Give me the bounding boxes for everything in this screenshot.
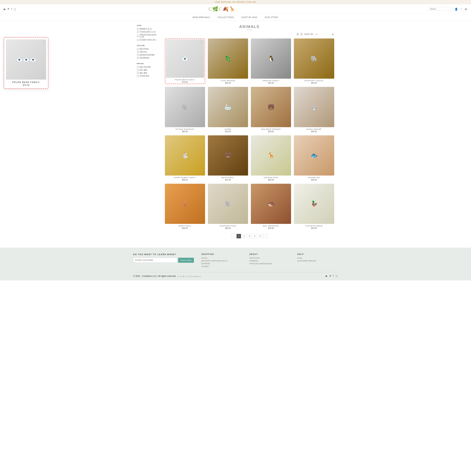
product-card-13[interactable]: 🦌 ♡ DEER FAMILY $60.00: [165, 184, 205, 229]
footer-link-our-story[interactable]: OUR STORY: [249, 257, 290, 259]
wishlist-button-4[interactable]: ♡: [331, 40, 333, 43]
product-card-16[interactable]: 🦆 ♡ CANADIAN GEESE $40.00: [294, 184, 334, 229]
wishlist-button-13[interactable]: ♡: [201, 185, 204, 188]
newsletter-email-input[interactable]: [133, 258, 177, 263]
product-price-8: $65.00: [294, 131, 334, 133]
logo[interactable]: C🌿C🍂🦒: [16, 6, 428, 12]
wishlist-button-5[interactable]: ♡: [201, 88, 204, 91]
product-price-4: $65.00: [294, 82, 334, 84]
footer-pinterest-icon[interactable]: 𝐏: [329, 274, 331, 278]
price-option-over91[interactable]: OVER $91: [137, 75, 159, 77]
product-name-3: PENGUIN FAMILY: [251, 80, 291, 82]
wishlist-button-2[interactable]: ♡: [245, 40, 247, 43]
product-card-15[interactable]: 🦔 ♡ MINI HEDGEHOG $30.00: [251, 184, 291, 229]
footer-link-delivery[interactable]: DELIVERY & RETURN POLICY: [201, 260, 242, 262]
cart-icon[interactable]: 🛍: [465, 8, 467, 11]
product-card-9[interactable]: 🐇 ♡ HAPPY RABBIT FAMILY $50.00: [165, 135, 205, 181]
footer-link-shipping[interactable]: SHIPPING: [201, 263, 242, 265]
wishlist-button-1[interactable]: ♡: [201, 41, 203, 44]
footer-youtube-icon[interactable]: ▶: [326, 274, 328, 278]
product-card-12[interactable]: 🐟 ♡ FISHING SET $40.00: [294, 135, 334, 181]
footer-facebook-icon[interactable]: f: [333, 274, 334, 278]
product-card-3[interactable]: 🐧 ♡ PENGUIN FAMILY $45.00: [251, 38, 291, 84]
product-card-7[interactable]: 🐻 ♡ MINI BEAR FRIENDS $50.00: [251, 87, 291, 132]
page-3-button[interactable]: 3: [247, 234, 252, 238]
price-option-61-90[interactable]: $61-$90: [137, 72, 159, 74]
wishlist-button-11[interactable]: ♡: [288, 136, 290, 139]
nav-collections[interactable]: COLLECTIONS: [217, 16, 234, 18]
product-card-5[interactable]: 🐘 ♡ SITTING ELEPHANT $65.00: [165, 87, 205, 132]
wishlist-button-15[interactable]: ♡: [288, 185, 290, 188]
account-icon[interactable]: 👤: [455, 8, 458, 11]
page-title: ANIMALS: [165, 25, 334, 29]
wishlist-button-8[interactable]: ♡: [331, 88, 333, 91]
wishlist-button-6[interactable]: ♡: [245, 88, 247, 91]
age-option-preschoolers[interactable]: PRESCHOOLERS (3-8): [137, 34, 159, 38]
footer-link-terms[interactable]: Terms: [185, 275, 189, 277]
product-image-10: 🐻 ♡: [208, 135, 248, 175]
product-image-14: 🐘 ♡: [208, 184, 248, 224]
next-page-button[interactable]: ›: [264, 234, 268, 238]
wishlist-button-10[interactable]: ♡: [245, 136, 247, 139]
page-5-button[interactable]: 5: [258, 234, 263, 238]
nav-our-story[interactable]: OUR STORY: [265, 16, 278, 18]
product-card-1[interactable]: 🐻‍❄️ ♡ POLEN BEAR FAMILY $75.00: [165, 38, 205, 84]
prev-page-button[interactable]: ‹: [231, 234, 236, 238]
pinterest-icon[interactable]: 𝐏: [8, 7, 9, 11]
footer-link-privacy[interactable]: Privacy: [177, 275, 182, 277]
search-input[interactable]: [428, 7, 453, 11]
newsletter-subscribe-button[interactable]: SUBSCRIBE: [178, 258, 194, 263]
age-option-babies[interactable]: BABIES (0-1): [137, 28, 159, 30]
wishlist-button-3[interactable]: ♡: [288, 40, 290, 43]
footer-link-customer-service[interactable]: CUSTOMER SERVICE: [297, 260, 338, 262]
page-2-button[interactable]: 2: [242, 234, 246, 238]
products-area: ANIMALS ⊞ ☰ SORT BY ▾ Price: Low to High…: [165, 25, 334, 238]
footer-link-articles[interactable]: ARTICLES & RESOURCES: [249, 263, 290, 265]
popup-product-price: $75.00: [6, 84, 46, 86]
nav-shop-by-age[interactable]: SHOP BY AGE: [241, 16, 257, 18]
footer-instagram-icon[interactable]: ◻: [336, 274, 338, 278]
footer-help-title: HELP: [297, 253, 338, 255]
footer-link-sales[interactable]: SALES: [201, 257, 242, 259]
nav-new-arrivals[interactable]: NEW ARRIVALS: [193, 16, 210, 18]
product-image-12: 🐟 ♡: [294, 135, 334, 175]
product-card-2[interactable]: 🦎 ♡ CUTE DRAGON $35.00: [208, 38, 248, 84]
page-1-button[interactable]: 1: [236, 234, 241, 238]
product-image-11: 🦒 ♡: [251, 135, 291, 175]
grid-view-button[interactable]: ⊞: [297, 33, 299, 36]
youtube-icon[interactable]: ▶: [4, 8, 6, 11]
color-option-pastel[interactable]: PASTEL: [137, 51, 159, 53]
age-option-toddlers[interactable]: TODDLERS (1-3): [137, 31, 159, 33]
product-price-6: $15.00: [208, 131, 248, 133]
product-card-14[interactable]: 🐘 ♡ ELEPHANT PUSH $90.00: [208, 184, 248, 229]
popup-wishlist-button[interactable]: ♡: [42, 41, 45, 44]
color-option-rainbow[interactable]: RAINBOW: [137, 57, 159, 59]
wishlist-button-12[interactable]: ♡: [331, 136, 333, 139]
facebook-icon[interactable]: f: [11, 8, 12, 11]
wishlist-button-14[interactable]: ♡: [245, 185, 247, 188]
list-view-button[interactable]: ☰: [300, 33, 303, 36]
footer-link-careers[interactable]: CAREERS: [249, 260, 290, 262]
footer-link-faqs[interactable]: FAQS: [297, 257, 338, 259]
instagram-icon[interactable]: ◻: [14, 8, 16, 11]
price-option-below30[interactable]: BELOW $30: [137, 66, 159, 68]
age-option-older-kids[interactable]: OLDER KIDS (8+): [137, 39, 159, 41]
footer-link-stores[interactable]: STORES: [201, 266, 242, 267]
color-option-neutral[interactable]: NEUTRAL: [137, 48, 159, 50]
newsletter-form: SUBSCRIBE: [133, 258, 194, 263]
wishlist-button-7[interactable]: ♡: [288, 88, 290, 91]
wishlist-button-16[interactable]: ♡: [331, 185, 333, 188]
product-card-10[interactable]: 🐻 ♡ BEAR FAMILY $75.00: [208, 135, 248, 181]
product-card-11[interactable]: 🦒 ♡ GIRAFFE PUSH $60.00: [251, 135, 291, 181]
wishlist-icon[interactable]: ♡: [460, 8, 462, 11]
color-option-monochrome[interactable]: MONOCHROME: [137, 54, 159, 56]
product-card-4[interactable]: 🐘 ♡ ELEPHANT COUPLE $65.00: [294, 38, 334, 84]
page-4-button[interactable]: 4: [253, 234, 257, 238]
price-option-31-60[interactable]: $31-$60: [137, 69, 159, 71]
sort-select[interactable]: ▾ Price: Low to High Price: High to Low …: [315, 33, 334, 35]
product-card-6[interactable]: 🦢 ♡ STORK $15.00: [208, 87, 248, 132]
wishlist-button-9[interactable]: ♡: [201, 136, 204, 139]
footer-link-transparency[interactable]: Transparency: [192, 275, 201, 277]
product-card-8[interactable]: 🐰 ♡ BUNNY DRIVER $65.00: [294, 87, 334, 132]
footer-top: DO YOU WANT TO LEARN MORE? SUBSCRIBE SHO…: [133, 253, 338, 272]
